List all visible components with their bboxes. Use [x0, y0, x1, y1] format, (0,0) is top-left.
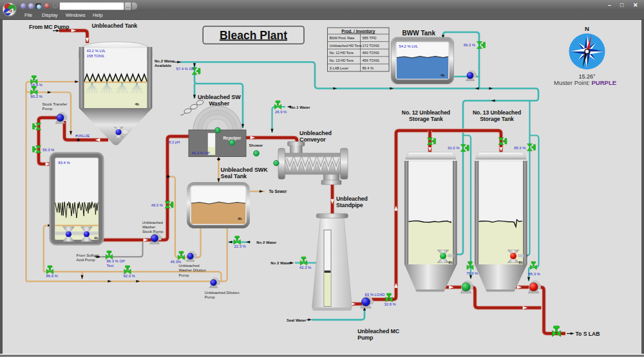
svg-text:BSW Prod. Rate: BSW Prod. Rate [330, 36, 355, 40]
svg-text:PURPLE: PURPLE [592, 79, 617, 86]
svg-text:Washer Dilution: Washer Dilution [179, 268, 206, 272]
svg-text:No. 12 Unbleached: No. 12 Unbleached [402, 109, 450, 116]
svg-text:42.3 %: 42.3 % [299, 266, 312, 270]
svg-text:Washer: Washer [209, 100, 230, 107]
svg-text:85.3 %: 85.3 % [529, 272, 541, 276]
svg-text:#VALUE: #VALUE [75, 134, 90, 138]
svg-text:From MC Pump: From MC Pump [29, 24, 69, 30]
svg-text:Storage Tank: Storage Tank [480, 116, 514, 122]
svg-text:4h: 4h [94, 236, 98, 240]
svg-text:43.2 % LVL: 43.2 % LVL [87, 49, 106, 53]
svg-text:No. 12 HD Tons: No. 12 HD Tons [330, 51, 354, 55]
svg-text:Unbleached Dilution: Unbleached Dilution [205, 291, 240, 295]
svg-text:86.3 % OP: 86.3 % OP [107, 259, 126, 263]
svg-text:Washer: Washer [142, 225, 155, 229]
svg-text:Storage Tank: Storage Tank [409, 116, 443, 122]
svg-text:To S LAB: To S LAB [576, 331, 600, 337]
svg-text:No 2 Water: No 2 Water [270, 261, 291, 265]
svg-text:89.4 %: 89.4 % [363, 66, 374, 70]
svg-text:86.6 %: 86.6 % [46, 274, 59, 278]
svg-text:18.6 %: 18.6 % [31, 83, 43, 87]
svg-text:Acid Pump: Acid Pump [77, 258, 96, 262]
svg-text:Text: Text [107, 264, 114, 268]
svg-text:22.3 %: 22.3 % [234, 244, 247, 248]
svg-text:Prod. / Inventory: Prod. / Inventory [341, 29, 375, 34]
svg-text:Pump: Pump [179, 273, 189, 277]
svg-text:Available: Available [155, 64, 172, 68]
svg-text:80.2 %: 80.2 % [31, 95, 43, 98]
svg-text:76.9 %: 76.9 % [466, 271, 478, 275]
svg-text:46.3 % OP: 46.3 % OP [192, 151, 211, 155]
svg-text:Unbleached: Unbleached [142, 221, 163, 224]
svg-text:8h: 8h [519, 261, 523, 264]
svg-text:158 TONS: 158 TONS [87, 54, 104, 58]
svg-text:Unbleached: Unbleached [179, 264, 200, 268]
svg-text:32.8 %: 32.8 % [384, 302, 397, 306]
svg-text:Unbleached MC: Unbleached MC [357, 328, 399, 334]
svg-text:4h: 4h [440, 73, 445, 77]
svg-text:56.3 %: 56.3 % [464, 43, 476, 47]
svg-text:Muster Point:: Muster Point: [554, 79, 590, 86]
svg-text:No 2 Water: No 2 Water [256, 241, 277, 244]
svg-text:Unbleached: Unbleached [336, 196, 368, 202]
svg-text:No.2 Water: No.2 Water [155, 59, 175, 63]
svg-text:Unbleached: Unbleached [299, 130, 332, 136]
svg-text:83.4 %: 83.4 % [59, 161, 70, 165]
svg-text:8.2 pH: 8.2 pH [169, 140, 180, 144]
svg-text:BWW Tank: BWW Tank [402, 30, 436, 37]
svg-text:Unbleached HD Tons: Unbleached HD Tons [330, 44, 362, 48]
svg-text:85.3 %: 85.3 % [514, 146, 526, 150]
svg-text:55.3 %: 55.3 % [43, 148, 55, 152]
svg-text:Pump: Pump [205, 295, 215, 299]
svg-text:4h: 4h [135, 102, 140, 106]
svg-text:91.0 %: 91.0 % [448, 146, 460, 150]
svg-text:No. 13 HD Tons: No. 13 HD Tons [330, 59, 354, 62]
svg-text:Shower: Shower [249, 143, 263, 147]
svg-text:Unbleached Tank: Unbleached Tank [91, 23, 137, 29]
svg-text:83 % LOAD: 83 % LOAD [365, 293, 385, 297]
svg-text:4h: 4h [238, 217, 242, 221]
svg-text:Seal Water: Seal Water [287, 318, 307, 322]
svg-text:Pump: Pump [357, 334, 374, 341]
svg-text:460 TONS: 460 TONS [363, 51, 379, 55]
svg-text:No.1 Water: No.1 Water [290, 105, 311, 109]
svg-text:Bleach Plant: Bleach Plant [220, 29, 287, 42]
svg-text:49.3 %: 49.3 % [151, 203, 164, 207]
svg-text:Unbleached SW: Unbleached SW [198, 94, 241, 100]
svg-text:From Sulfuric: From Sulfuric [77, 253, 100, 257]
svg-text:No. 13 Unbleached: No. 13 Unbleached [473, 109, 521, 116]
svg-text:Unbleached SWK: Unbleached SWK [221, 167, 269, 173]
svg-text:92.0 %: 92.0 % [124, 274, 136, 278]
svg-text:456 TONS: 456 TONS [363, 59, 379, 62]
svg-text:8h: 8h [449, 261, 453, 264]
svg-text:15.26°: 15.26° [578, 73, 596, 80]
svg-text:Standpipe: Standpipe [336, 202, 363, 208]
svg-text:172 TONS: 172 TONS [363, 44, 379, 48]
svg-text:N: N [585, 25, 589, 32]
svg-text:Stock Transfer: Stock Transfer [43, 102, 68, 106]
svg-text:585 TPD: 585 TPD [363, 36, 377, 40]
svg-text:To Sewer: To Sewer [269, 189, 287, 194]
svg-text:57.4 % OP: 57.4 % OP [176, 67, 195, 71]
svg-text:Stock Pump: Stock Pump [142, 230, 164, 233]
svg-text:26.9 %: 26.9 % [275, 110, 287, 114]
svg-text:54.2 % LVL: 54.2 % LVL [399, 44, 419, 48]
svg-text:S LAB Level: S LAB Level [330, 66, 348, 70]
svg-text:Pump: Pump [43, 107, 53, 111]
svg-text:Conveyor: Conveyor [299, 136, 326, 143]
svg-text:Seal Tank: Seal Tank [221, 173, 248, 179]
